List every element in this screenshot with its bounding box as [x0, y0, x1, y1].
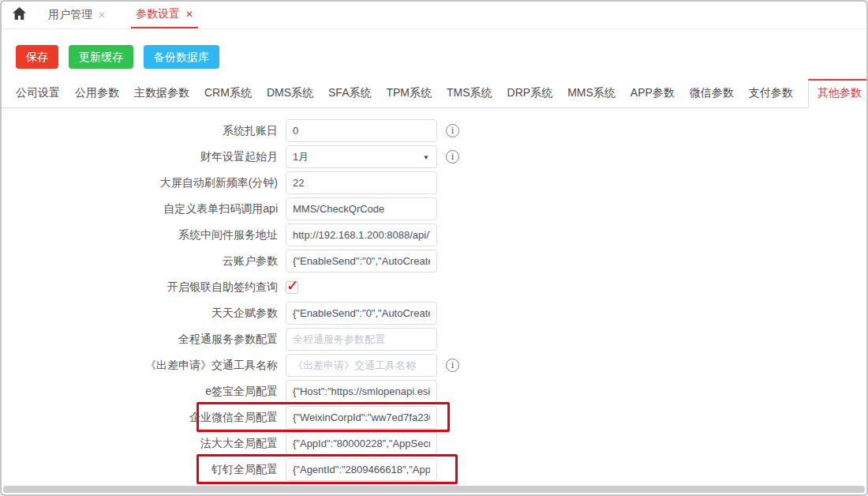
ttqf-params-input[interactable] — [286, 302, 437, 325]
check-icon: ✓ — [286, 276, 299, 295]
tab-other-params[interactable]: 其他参数 — [808, 79, 868, 108]
tab-common-params[interactable]: 公用参数 — [75, 86, 119, 107]
toolbar: 保存 更新缓存 备份数据库 — [2, 29, 866, 69]
update-cache-button[interactable]: 更新缓存 — [69, 45, 133, 69]
top-tab-label: 用户管理 — [48, 8, 92, 22]
tab-wechat-params[interactable]: 微信参数 — [690, 86, 734, 107]
close-icon[interactable]: ✕ — [98, 9, 106, 21]
qct-service-config-input[interactable] — [286, 328, 437, 351]
caret-down-icon: ▼ — [423, 153, 429, 160]
tab-tms-system[interactable]: TMS系统 — [447, 86, 492, 107]
fadada-config-input[interactable] — [286, 432, 437, 455]
tab-company-settings[interactable]: 公司设置 — [16, 86, 60, 107]
tab-sfa-system[interactable]: SFA系统 — [328, 86, 371, 107]
form-row-esign-config: e签宝全局配置 — [2, 380, 866, 403]
form-row-fadada-config: 法大大全局配置 — [2, 432, 866, 455]
esign-config-input[interactable] — [286, 380, 437, 403]
tab-app-params[interactable]: APP参数 — [630, 86, 675, 107]
field-label: 法大大全局配置 — [2, 437, 278, 451]
field-label: e签宝全局配置 — [2, 385, 278, 399]
form-row-wecom-config: 企业微信全局配置 — [2, 406, 866, 429]
form-row-ttqf-params: 天天企赋参数 — [2, 302, 866, 325]
settings-tab-bar: 公司设置 公用参数 主数据参数 CRM系统 DMS系统 SFA系统 TPM系统 … — [2, 80, 866, 108]
close-icon[interactable]: ✕ — [185, 9, 193, 20]
field-label: 系统中间件服务地址 — [2, 228, 278, 242]
form-row-cloud-account: 云账户参数 — [2, 250, 866, 272]
form-row-scan-api: 自定义表单扫码调用api — [2, 197, 866, 220]
field-label: 天天企赋参数 — [2, 306, 278, 321]
top-tab-label: 参数设置 — [136, 7, 180, 21]
fiscal-start-month-select[interactable]: 1月 ▼ — [286, 145, 437, 168]
form-row-travel-transport-name: 《出差申请》交通工具名称 i — [2, 354, 866, 377]
select-value: 1月 — [293, 150, 309, 164]
field-label: 《出差申请》交通工具名称 — [2, 359, 278, 373]
info-icon[interactable]: i — [446, 150, 459, 163]
refresh-rate-input[interactable] — [286, 171, 437, 194]
parameter-settings-page: 用户管理 ✕ 参数设置 ✕ 保存 更新缓存 备份数据库 公司设置 公用参数 主数… — [0, 0, 868, 496]
info-icon[interactable]: i — [446, 359, 459, 372]
tab-master-data-params[interactable]: 主数据参数 — [134, 86, 189, 107]
field-label: 企业微信全局配置 — [2, 411, 278, 425]
closing-day-input[interactable] — [286, 119, 437, 142]
form-row-middleware-address: 系统中间件服务地址 — [2, 224, 866, 246]
home-button[interactable] — [13, 2, 26, 28]
field-label: 系统扎账日 — [2, 124, 278, 138]
tab-drp-system[interactable]: DRP系统 — [507, 86, 553, 107]
top-tab-user-management[interactable]: 用户管理 ✕ — [43, 2, 110, 28]
cloud-account-input[interactable] — [286, 250, 437, 272]
save-button[interactable]: 保存 — [16, 45, 58, 69]
form-row-fiscal-start-month: 财年设置起始月 1月 ▼ i — [2, 145, 866, 168]
field-label: 大屏自动刷新频率(分钟) — [2, 176, 278, 190]
travel-transport-name-input[interactable] — [286, 354, 437, 377]
form-row-unionpay-query: 开启银联自助签约查询 ✓ — [2, 276, 866, 299]
other-params-form: 系统扎账日 i 财年设置起始月 1月 ▼ i 大屏自动刷新频率(分钟) 自定义表… — [2, 108, 866, 481]
tab-tpm-system[interactable]: TPM系统 — [386, 86, 432, 107]
dingtalk-config-input[interactable] — [286, 458, 437, 481]
home-icon — [13, 7, 26, 23]
tab-crm-system[interactable]: CRM系统 — [204, 86, 252, 107]
form-row-refresh-rate: 大屏自动刷新频率(分钟) — [2, 171, 866, 194]
field-label: 自定义表单扫码调用api — [2, 202, 278, 216]
top-tab-bar: 用户管理 ✕ 参数设置 ✕ — [2, 2, 866, 29]
top-tab-parameter-settings[interactable]: 参数设置 ✕ — [131, 2, 198, 28]
tab-dms-system[interactable]: DMS系统 — [267, 86, 313, 107]
scan-api-input[interactable] — [286, 197, 437, 220]
wecom-config-input[interactable] — [286, 406, 437, 429]
backup-database-button[interactable]: 备份数据库 — [144, 45, 219, 69]
field-label: 云账户参数 — [2, 254, 278, 269]
unionpay-query-checkbox[interactable]: ✓ — [286, 281, 298, 294]
field-label: 全程通服务参数配置 — [2, 333, 278, 347]
form-row-dingtalk-config: 钉钉全局配置 — [2, 458, 866, 481]
middleware-address-input[interactable] — [286, 224, 437, 246]
form-row-qct-service-config: 全程通服务参数配置 — [2, 328, 866, 351]
tab-payment-params[interactable]: 支付参数 — [749, 86, 793, 107]
horizontal-scrollbar[interactable] — [3, 486, 865, 493]
field-label: 开启银联自助签约查询 — [2, 280, 278, 295]
tab-mms-system[interactable]: MMS系统 — [567, 86, 615, 107]
form-row-closing-day: 系统扎账日 i — [2, 119, 866, 142]
field-label: 财年设置起始月 — [2, 150, 278, 164]
field-label: 钉钉全局配置 — [2, 463, 278, 477]
info-icon[interactable]: i — [446, 124, 459, 137]
